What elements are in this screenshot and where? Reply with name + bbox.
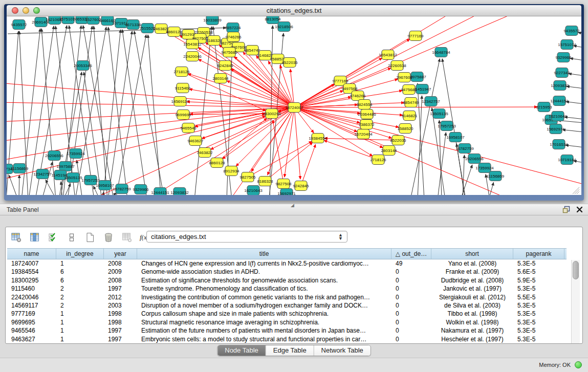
table-scrollbar[interactable] xyxy=(571,260,580,343)
graph-node[interactable]: 20691406 xyxy=(32,17,50,27)
graph-node[interactable]: 8860128 xyxy=(209,158,225,168)
graph-node[interactable]: 8186328 xyxy=(206,36,222,46)
tab-network-table[interactable]: Network Table xyxy=(314,345,371,356)
table-row[interactable]: 946554611997Estimation of the future num… xyxy=(7,326,567,335)
graph-node[interactable]: 7857224 xyxy=(225,23,241,33)
graph-node[interactable]: 9465546 xyxy=(180,123,197,133)
minimize-window-button[interactable] xyxy=(23,7,29,14)
graph-node[interactable]: 6466160 xyxy=(99,16,116,26)
graph-node[interactable]: 12093832 xyxy=(551,81,569,91)
tab-node-table[interactable]: Node Table xyxy=(217,345,266,356)
table-row[interactable]: 1456911722003Disruption of a novel membe… xyxy=(7,301,567,310)
graph-node[interactable]: 13505135 xyxy=(430,109,448,119)
graph-node[interactable]: 9115460 xyxy=(175,83,191,93)
table-row[interactable]: 1872400712008Changes of HCN gene express… xyxy=(7,259,567,268)
memory-ok-indicator-icon[interactable] xyxy=(575,361,582,368)
graph-node[interactable]: 12342757 xyxy=(422,97,440,106)
graph-node[interactable]: 16958107 xyxy=(446,133,465,142)
table-scrollbar-thumb[interactable] xyxy=(573,261,579,279)
graph-node[interactable]: 16033809 xyxy=(203,16,222,25)
graph-node[interactable]: 16210643 xyxy=(46,16,64,25)
graph-node[interactable]: 9242845 xyxy=(293,181,309,191)
graph-node[interactable]: 9827505 xyxy=(239,172,256,182)
graph-node[interactable]: 9777169 xyxy=(407,31,424,41)
graph-node[interactable]: 7386372 xyxy=(358,120,375,129)
graph-node[interactable]: 2718126 xyxy=(370,155,386,165)
graph-node[interactable]: 15751074 xyxy=(59,16,77,24)
graph-node[interactable]: 11451947 xyxy=(413,84,432,94)
graph-node[interactable]: 20206556 xyxy=(465,154,484,164)
graph-node[interactable]: 12444151 xyxy=(151,188,169,195)
graph-node[interactable]: 12093832 xyxy=(170,188,189,195)
graph-node[interactable]: 9475685 xyxy=(221,48,237,57)
graph-node[interactable]: 8215953 xyxy=(536,102,552,112)
table-mode-button[interactable] xyxy=(10,231,23,244)
window-titlebar[interactable]: citations_edges.txt xyxy=(7,5,581,16)
column-header-pagerank[interactable]: pagerank xyxy=(513,249,564,259)
graph-node[interactable]: 15692971 xyxy=(547,124,565,134)
graph-node[interactable]: 1588520 xyxy=(397,124,413,134)
graph-node[interactable]: 16720404 xyxy=(354,129,373,139)
graph-node[interactable]: 7515526 xyxy=(139,24,156,33)
graph-node[interactable]: 8522035 xyxy=(281,58,298,68)
graph-node[interactable]: 16210643 xyxy=(244,186,263,195)
graph-node[interactable]: 10719184 xyxy=(558,155,576,165)
graph-node[interactable]: 9435572 xyxy=(563,26,580,36)
graph-node[interactable]: 2803144 xyxy=(212,74,229,83)
splitter-handle-icon[interactable]: ◢ xyxy=(291,203,294,208)
graph-node[interactable]: 9242845 xyxy=(217,61,233,71)
graph-node[interactable]: 20206556 xyxy=(45,151,63,161)
graph-node[interactable]: 17016534 xyxy=(550,140,568,149)
graph-node[interactable]: 8854749 xyxy=(244,46,260,55)
graph-node[interactable]: 10975887 xyxy=(408,72,426,82)
graph-node[interactable]: 2803144 xyxy=(381,146,397,156)
table-select-dropdown[interactable]: citations_edges.txt ▲▼ xyxy=(146,231,347,243)
table-row[interactable]: 911546021997Tourette syndrome. Phenomeno… xyxy=(7,285,567,293)
delete-table-button[interactable] xyxy=(120,231,134,244)
graph-node[interactable]: 1527602 xyxy=(85,16,101,25)
graph-node[interactable]: 9475685 xyxy=(401,85,417,95)
graph-node[interactable]: 20364486 xyxy=(358,110,376,119)
graph-node[interactable]: 15751074 xyxy=(558,40,576,50)
graph-node[interactable]: 2718126 xyxy=(173,67,190,77)
delete-column-button[interactable] xyxy=(102,231,115,244)
graph-node[interactable]: 22260538 xyxy=(388,61,406,71)
tab-edge-table[interactable]: Edge Table xyxy=(266,345,314,356)
zoom-window-button[interactable] xyxy=(33,7,40,14)
column-header-short[interactable]: short xyxy=(431,249,513,259)
show-columns-button[interactable] xyxy=(28,231,41,244)
graph-node[interactable]: 9435572 xyxy=(11,20,27,30)
graph-node[interactable]: 8186328 xyxy=(257,177,273,186)
column-header-year[interactable]: year xyxy=(104,249,137,259)
graph-node[interactable]: 9746266 xyxy=(350,91,366,101)
graph-node[interactable]: 7463822 xyxy=(197,148,213,158)
table-row[interactable]: 1830029562008Estimation of significance … xyxy=(7,276,567,285)
table-row[interactable]: 1938455462009Genome-wide association stu… xyxy=(7,268,567,276)
close-window-button[interactable] xyxy=(12,7,18,14)
selection-mode-button[interactable] xyxy=(47,231,60,244)
table-row[interactable]: 946362711997Embryonic stem cells: a mode… xyxy=(7,335,567,343)
graph-node[interactable]: 15692971 xyxy=(277,189,296,195)
graph-node[interactable]: 9329966 xyxy=(133,185,149,194)
table-row[interactable]: 977716911998Corpus callosum shape and si… xyxy=(7,310,567,318)
graph-node[interactable]: 9329966 xyxy=(555,53,572,62)
graph-node[interactable]: 12444151 xyxy=(550,96,569,106)
table-row[interactable]: 969969511998Structural magnetic resonanc… xyxy=(7,318,567,326)
graph-node[interactable]: 8522035 xyxy=(390,136,406,145)
graph-node[interactable]: 2967608 xyxy=(396,73,412,82)
graph-node[interactable]: 16782759 xyxy=(113,184,131,194)
graph-node[interactable]: 11156869 xyxy=(487,171,505,181)
graph-node[interactable]: 16782759 xyxy=(455,144,474,154)
row-height-button[interactable] xyxy=(65,231,78,244)
graph-node[interactable]: 9227343 xyxy=(554,68,570,78)
column-header-out_de[interactable]: △ out_de… xyxy=(391,249,431,259)
column-header-name[interactable]: name xyxy=(7,249,56,259)
graph-node[interactable]: 3824554 xyxy=(356,100,373,110)
graph-node[interactable]: 9146821 xyxy=(401,111,418,121)
column-header-in_degree[interactable]: in_degree xyxy=(56,249,104,259)
close-panel-icon[interactable] xyxy=(576,206,583,213)
graph-node[interactable]: 8912934 xyxy=(223,166,239,176)
create-column-button[interactable] xyxy=(83,231,97,244)
table-row[interactable]: 2242004622012Investigating the contribut… xyxy=(7,293,567,301)
column-header-title[interactable]: title xyxy=(137,249,391,259)
